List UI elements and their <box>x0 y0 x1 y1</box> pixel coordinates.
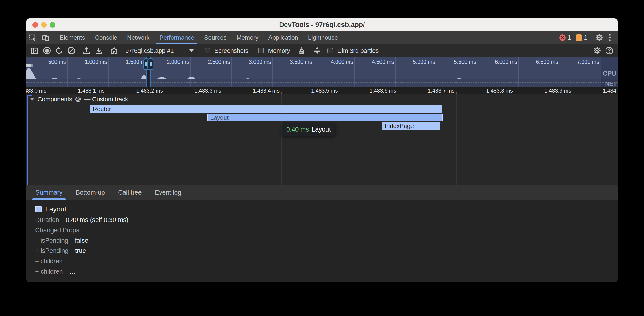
tab-event-log[interactable]: Event log <box>151 185 186 200</box>
tab-call-tree[interactable]: Call tree <box>114 185 146 200</box>
selected-track-bracket <box>27 95 28 185</box>
flame-gridline <box>456 94 457 185</box>
net-lane <box>26 79 618 87</box>
overview-ruler-label: 5,500 ms <box>434 57 476 66</box>
detail-ruler-label: 1,483.2 ms <box>104 87 163 94</box>
screenshots-checkbox[interactable] <box>205 48 210 53</box>
dim-3rd-parties-checkbox[interactable] <box>328 48 333 53</box>
load-profile-button[interactable] <box>80 45 93 56</box>
dim-3rd-parties-toggle[interactable]: Dim 3rd parties <box>328 47 380 54</box>
window-title: DevTools - 97r6ql.csb.app/ <box>26 21 618 28</box>
track-header-components[interactable]: Components — Custom track <box>30 94 128 104</box>
clear-button[interactable] <box>65 45 78 56</box>
tab-summary[interactable]: Summary <box>32 185 67 200</box>
clear-icon <box>67 46 76 55</box>
event-tooltip: 0.40 ms Layout <box>282 123 335 136</box>
download-icon <box>94 46 103 55</box>
divider <box>53 34 53 41</box>
devtools-tabbar: Elements Console Network Performance Sou… <box>26 31 618 44</box>
help-button[interactable] <box>603 45 615 56</box>
tab-lighthouse[interactable]: Lighthouse <box>303 31 343 44</box>
tab-bottom-up[interactable]: Bottom-up <box>72 185 109 200</box>
chevron-down-icon <box>30 97 35 101</box>
warning-icon: ! <box>576 34 582 41</box>
flame-event-indexpage[interactable]: IndexPage <box>382 122 440 130</box>
performance-toolbar: 97r6ql.csb.app #1 Screenshots Memory <box>26 44 618 57</box>
cpu-activity-chart <box>26 66 618 79</box>
flame-event-layout[interactable]: Layout <box>207 114 443 121</box>
capture-settings-button[interactable] <box>591 45 603 56</box>
error-badge[interactable]: ✕ 1 <box>559 34 571 41</box>
overview-ruler-label: 7,000 ms <box>557 57 599 66</box>
track-subtitle: — Custom track <box>84 96 128 103</box>
error-icon: ✕ <box>559 34 566 41</box>
device-toolbar-icon <box>41 33 49 41</box>
tab-memory[interactable]: Memory <box>232 31 263 44</box>
gear-icon <box>595 33 603 41</box>
cpu-lane-label: CPU <box>603 70 616 77</box>
details-tabbar: Summary Bottom-up Call tree Event log <box>26 185 618 200</box>
home-icon <box>110 46 118 55</box>
tab-sources[interactable]: Sources <box>199 31 232 44</box>
screenshots-label: Screenshots <box>214 47 248 54</box>
timeline-overview[interactable]: 500 ms1,000 ms1,500 ms2,000 ms2,500 ms3,… <box>26 57 618 87</box>
collapse-sections-button[interactable] <box>311 45 323 56</box>
track-bottom-divider <box>26 148 618 148</box>
summary-row-ispending-old: – isPending false <box>35 235 618 246</box>
error-count: 1 <box>568 34 571 41</box>
titlebar: DevTools - 97r6ql.csb.app/ <box>26 18 618 31</box>
net-separator <box>26 82 618 83</box>
more-options-button[interactable] <box>606 34 614 41</box>
overview-ruler-label: 2,500 ms <box>188 57 230 66</box>
flame-chart[interactable]: Components — Custom track Router Layout … <box>26 94 618 185</box>
record-button[interactable] <box>41 45 53 56</box>
net-lane-label: NET <box>605 80 617 87</box>
flame-gridline <box>573 94 573 185</box>
overview-ruler-label: 3,000 ms <box>229 57 271 66</box>
zoom-window-button[interactable] <box>50 22 56 28</box>
settings-button[interactable] <box>593 33 606 41</box>
flame-event-router[interactable]: Router <box>90 105 442 113</box>
detail-ruler-label: 1,483.1 ms <box>46 87 105 94</box>
memory-label: Memory <box>268 47 290 54</box>
tooltip-duration: 0.40 ms <box>286 126 309 133</box>
detail-ruler-label: 1,483.6 ms <box>337 87 396 94</box>
warning-count: 1 <box>584 34 588 41</box>
tab-application[interactable]: Application <box>263 31 303 44</box>
detail-time-ruler[interactable]: 1,483.0 ms1,483.1 ms1,483.2 ms1,483.3 ms… <box>26 87 618 94</box>
selection-right-handle[interactable] <box>148 58 154 70</box>
help-icon <box>605 46 614 55</box>
collect-garbage-button[interactable] <box>296 45 308 56</box>
reload-icon <box>55 46 63 55</box>
memory-toggle[interactable]: Memory <box>258 47 292 54</box>
memory-checkbox[interactable] <box>258 48 264 53</box>
tab-elements[interactable]: Elements <box>55 31 90 44</box>
detail-ruler-label: 1,483.8 ms <box>454 87 513 94</box>
save-profile-button[interactable] <box>93 45 105 56</box>
minimize-window-button[interactable] <box>41 22 47 28</box>
home-button[interactable] <box>108 45 120 56</box>
detail-ruler-label: 1,483.4 ms <box>220 87 280 94</box>
tab-console[interactable]: Console <box>90 31 122 44</box>
overview-ruler-label: 5,000 ms <box>393 57 435 66</box>
summary-row-ispending-new: + isPending true <box>35 246 618 256</box>
target-selector[interactable]: 97r6ql.csb.app #1 <box>120 47 198 54</box>
screenshots-toggle[interactable]: Screenshots <box>205 47 250 54</box>
detail-ruler-label: 1,483.7 ms <box>396 87 454 94</box>
summary-row-children-old: – children … <box>35 256 618 266</box>
close-window-button[interactable] <box>32 22 38 28</box>
flame-gridline <box>48 94 48 185</box>
device-toolbar-button[interactable] <box>39 31 52 44</box>
devtools-window: DevTools - 97r6ql.csb.app/ Elements Cons… <box>26 18 618 282</box>
event-color-swatch <box>35 206 42 212</box>
toggle-sidebar-button[interactable] <box>29 45 41 56</box>
inspect-icon <box>29 33 36 41</box>
inspect-element-button[interactable] <box>26 31 39 44</box>
summary-event-title: Layout <box>45 205 66 213</box>
warning-badge[interactable]: ! 1 <box>576 34 588 41</box>
collapse-icon <box>313 46 321 55</box>
tab-network[interactable]: Network <box>122 31 154 44</box>
record-reload-button[interactable] <box>53 45 65 56</box>
overview-ruler-label: 6,000 ms <box>475 57 517 66</box>
tab-performance[interactable]: Performance <box>154 31 199 44</box>
